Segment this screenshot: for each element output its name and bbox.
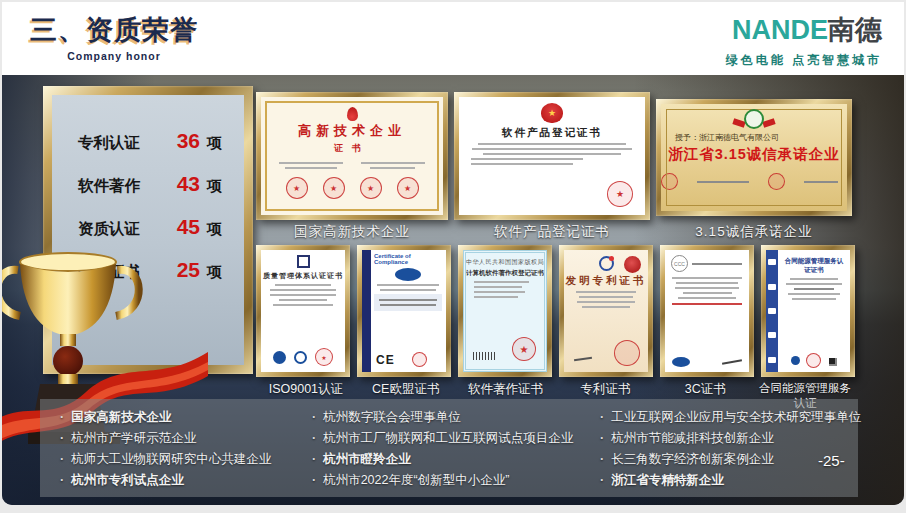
certificate-ce: Certificate of Compliance CE: [357, 245, 451, 377]
slide-header: 三、资质荣誉 Company honor NANDE南德 绿色电能 点亮智慧城市: [2, 2, 904, 75]
honor-item: 杭州市2022年度“创新型中小企业”: [312, 470, 600, 491]
certificate-caption: 3.15诚信承诺企业: [656, 223, 852, 241]
band-logo-icon: [768, 357, 776, 363]
certificate-energy-inner: 合同能源管理服务认证证书: [766, 250, 850, 372]
certificate-software-product: ★ 软件产品登记证书 ★: [454, 92, 650, 220]
honor-item: 杭州市专利试点企业: [60, 470, 312, 491]
red-stamp-icon: [806, 353, 821, 368]
page-number: -25-: [818, 452, 845, 469]
honor-text: 杭师大工业物联网研究中心共建企业: [71, 452, 271, 466]
ccc-mark-icon: CCC: [671, 255, 688, 272]
honor-text: 工业互联网企业应用与安全技术研究理事单位: [611, 410, 861, 424]
certificate-text-lines: [665, 277, 749, 299]
page-title: 三、资质荣誉: [30, 12, 198, 48]
certificate-title: 高新技术企业: [267, 122, 437, 140]
highlight-block: [374, 294, 442, 311]
honor-text: 长三角数字经济创新案例企业: [611, 452, 774, 466]
certificate-title: 合同能源管理服务认证证书: [782, 257, 846, 275]
red-stamp-icon: ★: [360, 177, 382, 199]
logo-chinese: 南德: [828, 15, 882, 45]
certificate-title: Certificate of Compliance: [374, 253, 442, 265]
red-stamps-row: ★ ★ ★ ★: [267, 177, 437, 199]
band-logo-icon: [768, 332, 776, 338]
blue-oval-badge-icon: [395, 268, 421, 281]
stat-unit: 项: [207, 263, 222, 282]
cnas-badge-icon: [294, 351, 307, 364]
logo-text: NANDE南德: [726, 12, 882, 48]
ce-mark: CE: [376, 353, 395, 367]
stat-unit: 项: [207, 134, 222, 153]
honor-text: 杭州数字联合会理事单位: [323, 410, 461, 424]
certificate-copyright-inner: 中华人民共和国国家版权局 计算机软件著作权登记证书 ★: [463, 250, 547, 372]
honor-item: 杭州市瞪羚企业: [312, 449, 600, 470]
ccc-mark-row: CCC: [665, 250, 749, 274]
red-star-stamp-icon: ★: [512, 337, 536, 361]
honor-column-1: 国家高新技术企业 杭州市产学研示范企业 杭师大工业物联网研究中心共建企业 杭州市…: [60, 407, 312, 497]
red-stamp-icon: ★: [607, 181, 633, 207]
honor-item: 长三角数字经济创新案例企业: [600, 449, 844, 470]
signature-icon: [722, 359, 742, 364]
stat-label: 软件著作: [78, 176, 177, 197]
red-stamp-icon: [614, 340, 640, 366]
stat-unit: 项: [207, 220, 222, 239]
stat-value: 43: [177, 172, 200, 196]
honor-text: 国家高新技术企业: [71, 410, 171, 424]
title-block: 三、资质荣誉 Company honor: [30, 12, 198, 62]
certificate-iso9001: 质量管理体系认证证书 ★: [256, 245, 350, 377]
honor-column-3: 工业互联网企业应用与安全技术研究理事单位 杭州市节能减排科技创新企业 长三角数字…: [600, 407, 844, 497]
certificate-3c: CCC: [660, 245, 754, 377]
cert-stamps-row: [782, 353, 846, 368]
honor-item: 工业互联网企业应用与安全技术研究理事单位: [600, 407, 844, 428]
honor-text: 杭州市2022年度“创新型中小企业”: [323, 473, 509, 487]
company-logo: NANDE南德 绿色电能 点亮智慧城市: [726, 12, 882, 69]
certificate-body: 合同能源管理服务认证证书: [782, 254, 846, 368]
green-seal-icon: [744, 109, 764, 129]
certificate-title: 软件产品登记证书: [459, 126, 645, 140]
issuing-org-line: 中华人民共和国国家版权局: [466, 258, 544, 267]
honor-item: 杭州市工厂物联网和工业互联网试点项目企业: [312, 428, 600, 449]
certificate-3c-inner: CCC: [665, 250, 749, 372]
logo-latin: NANDE: [732, 15, 828, 45]
stat-row-software: 软件著作 43 项: [78, 172, 222, 197]
certificate-text-lines: [267, 155, 437, 172]
honor-item: 杭州市产学研示范企业: [60, 428, 312, 449]
certificate-body: Certificate of Compliance CE: [374, 253, 442, 369]
certificate-caption: 国家高新技术企业: [256, 223, 448, 241]
company-tagline: 绿色电能 点亮智慧城市: [726, 52, 882, 69]
iso-logo-icon: [297, 255, 310, 268]
certificate-software-product-inner: ★ 软件产品登记证书 ★: [459, 97, 645, 215]
honor-item: 杭师大工业物联网研究中心共建企业: [60, 449, 312, 470]
certificate-software-copyright: 中华人民共和国国家版权局 计算机软件著作权登记证书 ★: [458, 245, 552, 377]
certificates-row-2: 质量管理体系认证证书 ★ Certificate of Compliance: [256, 245, 855, 377]
honor-item: 杭州数字联合会理事单位: [312, 407, 600, 428]
certificate-patent-inner: 发明专利证书: [564, 250, 648, 372]
honor-text: 杭州市瞪羚企业: [323, 452, 411, 466]
blue-side-band: [362, 250, 371, 372]
iaf-badge-icon: [273, 351, 286, 364]
qr-code-icon: [827, 356, 837, 366]
signature-icon: [574, 357, 592, 361]
text-line: [692, 263, 742, 265]
cqc-badge-icon: [672, 357, 690, 367]
honor-text: 杭州市专利试点企业: [71, 473, 184, 487]
band-logo-icon: [768, 284, 776, 290]
certificate-hightech-enterprise: 高新技术企业 证书 ★ ★ ★ ★: [256, 92, 448, 220]
page-subtitle: Company honor: [30, 50, 198, 62]
certificate-315-integrity: 授予：浙江南德电气有限公司 浙江省3.15诚信承诺企业: [656, 99, 852, 216]
certificate-title: 质量管理体系认证证书: [261, 271, 345, 281]
honor-text: 浙江省专精特新企业: [611, 473, 724, 487]
certificate-energy-management: 合同能源管理服务认证证书: [761, 245, 855, 377]
flame-logo-icon: [347, 107, 358, 121]
blue-badge-icon: [791, 356, 800, 365]
stat-label: 专利认证: [78, 133, 177, 154]
honor-text: 杭州市产学研示范企业: [71, 431, 196, 445]
stat-unit: 项: [207, 177, 222, 196]
red-stamp-icon: ★: [397, 177, 419, 199]
certificate-patent: 发明专利证书: [559, 245, 653, 377]
certificate-hightech-inner: 高新技术企业 证书 ★ ★ ★ ★: [261, 97, 443, 215]
patent-office-logo-icon: [599, 256, 614, 271]
red-stamp-icon: [412, 352, 427, 367]
stat-value: 36: [177, 129, 200, 153]
presentation-slide: 三、资质荣誉 Company honor NANDE南德 绿色电能 点亮智慧城市…: [2, 2, 904, 505]
certificate-315-inner: 授予：浙江南德电气有限公司 浙江省3.15诚信承诺企业: [661, 104, 847, 211]
